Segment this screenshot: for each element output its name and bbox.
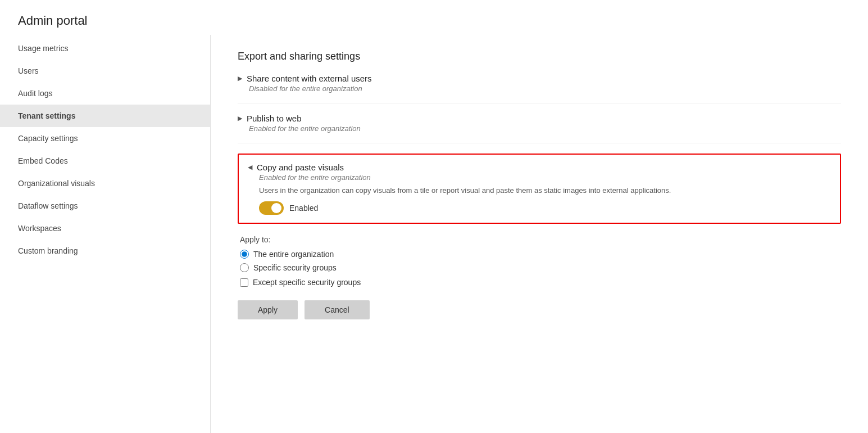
radio-entire-org-label[interactable]: The entire organization xyxy=(253,250,334,259)
toggle-label: Enabled xyxy=(289,204,318,213)
sidebar-item-capacity-settings[interactable]: Capacity settings xyxy=(0,127,210,150)
toggle-thumb xyxy=(271,203,281,213)
setting-copy-paste: ◀ Copy and paste visuals Enabled for the… xyxy=(238,154,841,224)
sidebar-item-workspaces[interactable]: Workspaces xyxy=(0,217,210,240)
checkbox-except-groups[interactable] xyxy=(240,278,248,287)
setting-publish-web-subtitle: Enabled for the entire organization xyxy=(249,124,841,133)
page-title: Admin portal xyxy=(0,0,868,35)
checkbox-except-groups-label[interactable]: Except specific security groups xyxy=(253,278,361,287)
sidebar-item-custom-branding[interactable]: Custom branding xyxy=(0,240,210,262)
setting-publish-web-header[interactable]: ▶ Publish to web xyxy=(238,114,841,123)
sidebar-item-dataflow-settings[interactable]: Dataflow settings xyxy=(0,195,210,217)
section-title: Export and sharing settings xyxy=(238,51,841,62)
sidebar-item-audit-logs[interactable]: Audit logs xyxy=(0,82,210,105)
setting-copy-paste-description: Users in the organization can copy visua… xyxy=(259,186,798,195)
enabled-toggle[interactable] xyxy=(259,201,284,215)
apply-to-label: Apply to: xyxy=(240,235,841,244)
radio-specific-groups[interactable] xyxy=(240,263,249,272)
chevron-right-icon: ▶ xyxy=(238,75,242,82)
main-content: Export and sharing settings ▶ Share cont… xyxy=(211,35,868,433)
sidebar-item-organizational-visuals[interactable]: Organizational visuals xyxy=(0,172,210,195)
sidebar-item-usage-metrics[interactable]: Usage metrics xyxy=(0,37,210,60)
setting-share-external: ▶ Share content with external users Disa… xyxy=(238,74,841,103)
toggle-row: Enabled xyxy=(259,201,831,215)
setting-share-external-name: Share content with external users xyxy=(247,74,372,83)
app-container: Admin portal Usage metrics Users Audit l… xyxy=(0,0,868,433)
setting-publish-web-name: Publish to web xyxy=(247,114,302,123)
radio-specific-groups-label[interactable]: Specific security groups xyxy=(253,263,337,272)
chevron-right-icon: ▶ xyxy=(238,115,242,122)
radio-entire-org[interactable] xyxy=(240,250,249,259)
setting-publish-web: ▶ Publish to web Enabled for the entire … xyxy=(238,114,841,143)
setting-share-external-subtitle: Disabled for the entire organization xyxy=(249,84,841,93)
main-layout: Usage metrics Users Audit logs Tenant se… xyxy=(0,35,868,433)
setting-copy-paste-subtitle: Enabled for the entire organization xyxy=(259,173,831,182)
chevron-left-icon: ◀ xyxy=(248,164,252,171)
toggle-track xyxy=(259,201,284,215)
radio-entire-org-row: The entire organization xyxy=(240,250,841,259)
checkbox-except-groups-row: Except specific security groups xyxy=(240,278,841,287)
sidebar-item-embed-codes[interactable]: Embed Codes xyxy=(0,150,210,172)
setting-copy-paste-name: Copy and paste visuals xyxy=(257,163,344,172)
setting-copy-paste-header[interactable]: ◀ Copy and paste visuals xyxy=(248,163,831,172)
radio-specific-groups-row: Specific security groups xyxy=(240,263,841,272)
sidebar-item-users[interactable]: Users xyxy=(0,60,210,82)
apply-to-section: Apply to: The entire organization Specif… xyxy=(238,235,841,287)
sidebar-item-tenant-settings[interactable]: Tenant settings xyxy=(0,105,210,127)
setting-share-external-header[interactable]: ▶ Share content with external users xyxy=(238,74,841,83)
apply-button[interactable]: Apply xyxy=(238,300,298,319)
button-row: Apply Cancel xyxy=(238,300,841,319)
cancel-button[interactable]: Cancel xyxy=(305,300,370,319)
sidebar: Usage metrics Users Audit logs Tenant se… xyxy=(0,35,211,433)
